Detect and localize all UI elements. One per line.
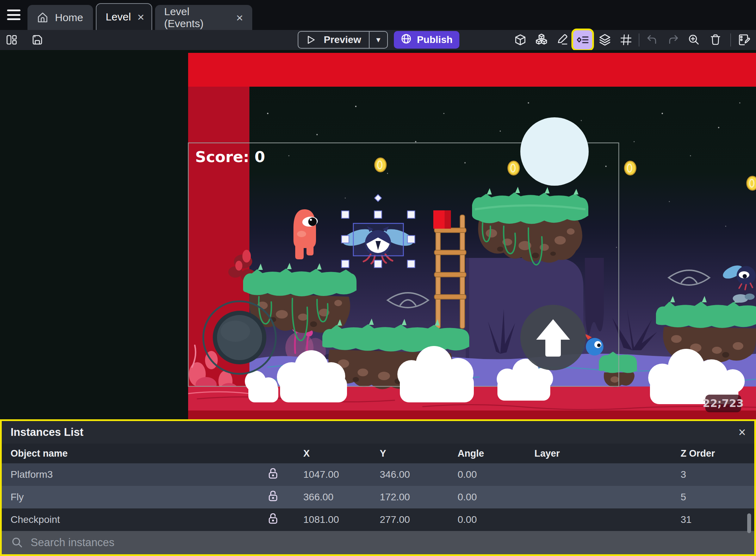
scene-editor-canvas[interactable]: Score: 0 22;723 xyxy=(0,50,756,419)
redo-button[interactable] xyxy=(665,31,682,48)
moon[interactable] xyxy=(520,117,589,186)
table-row-checkpoint[interactable]: Checkpoint 1081.00 277.00 0.00 31 xyxy=(2,508,754,531)
panel-title-row: Instances List × xyxy=(2,421,754,444)
home-icon xyxy=(37,12,49,24)
panel-close-button[interactable]: × xyxy=(738,426,746,439)
open-editors-panel-button[interactable] xyxy=(3,31,20,48)
cube-icon xyxy=(514,33,527,46)
delete-button[interactable] xyxy=(707,31,724,48)
hamburger-icon xyxy=(7,10,20,11)
grid-icon xyxy=(620,33,632,46)
preview-button[interactable]: Preview ▼ xyxy=(298,31,388,49)
play-icon xyxy=(305,35,316,45)
panel-title: Instances List xyxy=(11,426,83,439)
instances-list-button[interactable] xyxy=(573,30,592,49)
row-object-name: Checkpoint xyxy=(11,514,60,525)
instances-table-header: Object name X Y Angle Layer Z Order xyxy=(2,444,754,463)
row-object-name: Fly xyxy=(11,492,24,503)
tab-level-label: Level xyxy=(106,11,131,23)
publish-label: Publish xyxy=(417,34,452,45)
row-x-value[interactable]: 1081.00 xyxy=(303,514,339,525)
toolbar-separator xyxy=(639,33,639,47)
redo-icon xyxy=(667,33,680,46)
grid-button[interactable] xyxy=(618,31,634,48)
toolbar-separator xyxy=(730,33,731,47)
coin xyxy=(375,158,386,172)
score-hud-text: Score: 0 xyxy=(195,148,265,166)
objects-list-button[interactable] xyxy=(512,31,529,48)
coin xyxy=(625,161,636,175)
search-icon xyxy=(12,537,23,548)
zoom-button[interactable] xyxy=(686,31,702,48)
caret-down-icon: ▼ xyxy=(375,36,382,44)
column-y[interactable]: Y xyxy=(380,448,386,459)
row-angle-value[interactable]: 0.00 xyxy=(458,469,477,480)
coords-text: 22;723 xyxy=(703,397,744,409)
tab-home-label: Home xyxy=(55,12,83,24)
row-y-value[interactable]: 277.00 xyxy=(380,514,410,525)
column-layer[interactable]: Layer xyxy=(534,448,560,459)
gdevelop-editor: { "tabs": { "home": "Home", "level": "Le… xyxy=(0,0,756,556)
row-z-value[interactable]: 3 xyxy=(681,469,686,480)
outside-scene-area xyxy=(0,50,188,419)
row-z-value[interactable]: 31 xyxy=(681,514,692,525)
cursor-coords-badge: 22;723 xyxy=(703,395,744,412)
preview-dropdown-button[interactable]: ▼ xyxy=(370,36,387,44)
tab-bar: Home Level × Level (Events) × xyxy=(0,0,756,30)
edit-events-button[interactable] xyxy=(736,31,752,48)
pencil-icon xyxy=(556,33,569,46)
row-angle-value[interactable]: 0.00 xyxy=(458,492,477,503)
coin xyxy=(508,161,519,175)
pebble-decor xyxy=(745,294,755,300)
jump-button[interactable] xyxy=(520,305,586,370)
lock-open-icon[interactable] xyxy=(268,468,278,482)
table-row-fly[interactable]: Fly 366.00 172.00 0.00 5 xyxy=(2,486,754,508)
scene-toolbar: Preview ▼ Publish xyxy=(0,30,756,50)
tab-level-events-close-icon[interactable]: × xyxy=(230,12,243,24)
row-x-value[interactable]: 366.00 xyxy=(303,492,334,503)
trash-icon xyxy=(709,33,722,46)
instances-list-panel: Instances List × Object name X Y Angle L… xyxy=(0,419,756,556)
row-x-value[interactable]: 1047.00 xyxy=(303,469,339,480)
coin xyxy=(747,177,756,190)
tab-level[interactable]: Level × xyxy=(96,3,152,30)
properties-button[interactable] xyxy=(554,31,571,48)
row-z-value[interactable]: 5 xyxy=(681,492,686,503)
layers-icon xyxy=(598,33,612,47)
globe-icon xyxy=(401,33,412,47)
preview-label: Preview xyxy=(316,34,369,45)
tab-level-events-label: Level (Events) xyxy=(164,6,230,30)
search-instances-input[interactable] xyxy=(31,536,754,549)
tab-level-close-icon[interactable]: × xyxy=(131,11,144,23)
cubes-icon xyxy=(535,33,548,47)
edit-events-icon xyxy=(737,33,751,47)
row-angle-value[interactable]: 0.00 xyxy=(458,514,477,525)
undo-icon xyxy=(646,33,658,46)
top-red-band[interactable] xyxy=(188,53,756,87)
instances-list-icon xyxy=(576,33,590,47)
tab-home[interactable]: Home xyxy=(27,5,93,30)
search-row xyxy=(2,531,754,554)
row-object-name: Platform3 xyxy=(11,469,53,480)
layout-icon xyxy=(5,33,18,46)
main-menu-button[interactable] xyxy=(6,7,22,22)
joystick-control[interactable] xyxy=(203,301,276,374)
tab-level-events[interactable]: Level (Events) × xyxy=(155,5,252,30)
column-z-order[interactable]: Z Order xyxy=(681,448,715,459)
publish-button[interactable]: Publish xyxy=(394,31,459,49)
panel-scrollbar-thumb[interactable] xyxy=(747,513,751,533)
lock-open-icon[interactable] xyxy=(268,490,278,504)
table-row-platform3[interactable]: Platform3 1047.00 346.00 0.00 3 xyxy=(2,463,754,486)
undo-button[interactable] xyxy=(644,31,661,48)
object-groups-button[interactable] xyxy=(533,31,550,48)
lock-open-icon[interactable] xyxy=(268,513,278,527)
column-object-name[interactable]: Object name xyxy=(11,448,68,459)
save-icon xyxy=(31,33,44,46)
row-y-value[interactable]: 172.00 xyxy=(380,492,410,503)
scene-render: Score: 0 22;723 xyxy=(0,50,756,419)
row-y-value[interactable]: 346.00 xyxy=(380,469,410,480)
layers-button[interactable] xyxy=(596,31,613,48)
column-angle[interactable]: Angle xyxy=(458,448,484,459)
save-button[interactable] xyxy=(29,31,46,48)
column-x[interactable]: X xyxy=(303,448,310,459)
